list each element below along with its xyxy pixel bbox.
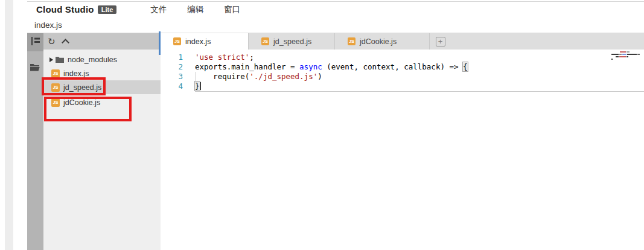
- tab-jdCookie-js[interactable]: JSjdCookie.js: [335, 33, 430, 50]
- minimap[interactable]: [611, 51, 640, 61]
- page-left-gutter: [5, 0, 13, 250]
- menu-item-window[interactable]: 窗口: [224, 4, 240, 15]
- menu-bar: Cloud Studio Lite 文件编辑窗口: [27, 2, 644, 17]
- js-file-icon: JS: [51, 69, 60, 78]
- tab-label: jdCookie.js: [360, 37, 397, 46]
- code-token: (event, context, callback) =>: [322, 62, 463, 71]
- collapsed-arrow-icon: [49, 57, 53, 62]
- minimap-row: [611, 54, 640, 55]
- code-token: require(: [195, 72, 249, 81]
- code-content: 'use strict';exports.main_handler = asyn…: [195, 53, 468, 91]
- minimap-row: [611, 59, 640, 60]
- activity-file-tree-button[interactable]: [27, 33, 43, 51]
- code-line: }: [195, 82, 468, 91]
- tab-index-js[interactable]: JSindex.js: [161, 33, 249, 50]
- annotation-red-box: [44, 97, 132, 121]
- code-token: './jd_speed.js': [249, 72, 317, 81]
- code-token: ;: [249, 53, 254, 62]
- open-folder-icon: [30, 63, 40, 74]
- tab-strip: JSindex.jsJSjd_speed.jsJSjdCookie.js+: [161, 33, 644, 50]
- minimap-segment: [620, 51, 626, 53]
- line-number: 3: [161, 72, 183, 82]
- minimap-segment: [611, 54, 619, 55]
- menu-item-file[interactable]: 文件: [150, 4, 167, 15]
- text-cursor: [200, 82, 201, 90]
- open-file-title: index.js: [34, 21, 62, 30]
- minimap-row: [620, 51, 640, 53]
- breadcrumb-bar: index.js: [27, 17, 644, 33]
- lite-badge: Lite: [98, 5, 117, 14]
- minimap-row: [616, 56, 640, 57]
- menu-items: 文件编辑窗口: [150, 4, 240, 15]
- tree-item-label: index.js: [63, 69, 89, 78]
- matched-bracket: }: [195, 82, 200, 91]
- new-tab-button[interactable]: +: [430, 33, 451, 50]
- refresh-icon[interactable]: ↻: [48, 37, 56, 46]
- folder-icon: [56, 56, 68, 63]
- activity-bar: [27, 33, 43, 250]
- code-line: 'use strict';: [195, 53, 468, 62]
- file-explorer-panel: ↻ node_modulesJSindex.jsJSjd_speed.jsJSj…: [43, 33, 161, 250]
- code-token: ): [317, 72, 322, 81]
- tree-item-label: node_modules: [68, 56, 117, 64]
- editor-area: JSindex.jsJSjd_speed.jsJSjdCookie.js+ 12…: [161, 33, 644, 250]
- minimap-segment: [619, 54, 622, 55]
- app-logo: Cloud Studio: [36, 4, 94, 14]
- code-editor[interactable]: 1234 'use strict';exports.main_handler =…: [161, 50, 644, 250]
- js-file-icon: JS: [173, 37, 181, 45]
- line-number: 4: [161, 82, 183, 91]
- menu-item-edit[interactable]: 编辑: [187, 4, 203, 15]
- js-file-icon: JS: [348, 37, 355, 45]
- matched-bracket: {: [463, 62, 468, 71]
- minimap-segment: [626, 56, 628, 57]
- cloud-studio-window: Cloud Studio Lite 文件编辑窗口 index.js: [0, 0, 644, 250]
- code-line: exports.main_handler = async (event, con…: [195, 62, 468, 72]
- tab-label: index.js: [185, 37, 211, 46]
- line-number-gutter: 1234: [161, 53, 183, 91]
- minimap-segment: [627, 54, 637, 55]
- annotation-red-box: [42, 77, 106, 95]
- tab-jd_speed-js[interactable]: JSjd_speed.js: [249, 33, 335, 50]
- minimap-segment: [619, 56, 626, 57]
- js-file-icon: JS: [261, 37, 269, 45]
- line-number: 2: [161, 62, 183, 72]
- code-token: async: [299, 62, 322, 71]
- chevron-up-icon[interactable]: [62, 39, 69, 46]
- new-tab-icon: +: [436, 37, 445, 46]
- activity-folder-button[interactable]: [27, 59, 43, 77]
- tab-label: jd_speed.js: [273, 37, 311, 46]
- code-token: exports.main_handler =: [195, 62, 299, 71]
- minimap-segment: [611, 59, 613, 60]
- minimap-segment: [637, 54, 640, 55]
- minimap-segment: [626, 51, 630, 53]
- line-number: 1: [161, 53, 183, 62]
- minimap-segment: [616, 56, 619, 57]
- tree-item-node_modules[interactable]: node_modules: [43, 53, 161, 66]
- code-line: require('./jd_speed.js'): [195, 72, 468, 82]
- explorer-toolbar: ↻: [43, 33, 161, 50]
- code-token: 'use strict': [195, 53, 249, 62]
- tree-icon: [31, 37, 40, 48]
- minimap-segment: [622, 54, 626, 55]
